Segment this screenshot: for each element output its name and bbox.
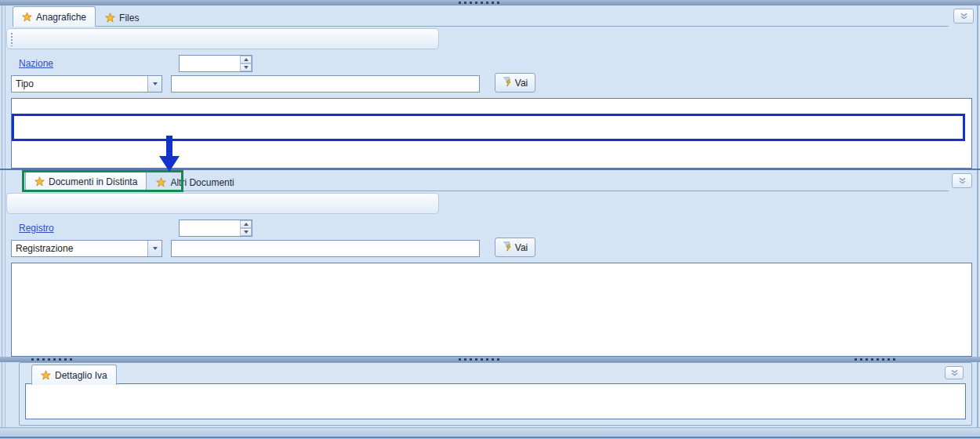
dropdown-arrow-icon: [153, 247, 158, 250]
collapse-anagrafiche-button[interactable]: [953, 9, 974, 24]
documenti-search-input[interactable]: [171, 240, 480, 257]
collapse-dettaglio-button[interactable]: [945, 366, 964, 379]
anagrafiche-grid: [11, 98, 972, 169]
right-edge-border: [977, 5, 978, 427]
dettaglio-iva-tabstrip: Dettaglio Iva: [31, 364, 933, 385]
tipo-combobox[interactable]: Tipo: [11, 75, 162, 93]
documenti-toolbar: [6, 193, 439, 214]
splitter-grip: [459, 358, 503, 361]
documenti-grid: [11, 263, 972, 357]
tabstrip-line: [13, 26, 949, 27]
star-icon: [156, 177, 166, 187]
tab-altri-documenti[interactable]: Altri Documenti: [147, 172, 243, 191]
tab-files[interactable]: Files: [96, 8, 148, 27]
bottom-status-strip: [0, 427, 980, 439]
registrazione-combobox[interactable]: Registrazione: [11, 240, 162, 257]
splitter-grip: [459, 2, 503, 4]
up-arrow-icon: [244, 58, 249, 61]
tab-documenti-in-distinta[interactable]: Documenti in Distinta: [25, 171, 147, 191]
down-arrow-icon: [244, 230, 249, 234]
tab-anagrafiche[interactable]: Anagrafiche: [13, 6, 96, 27]
chevron-double-down-icon: [958, 175, 967, 187]
spinner-input[interactable]: [180, 220, 240, 236]
tab-dettaglio-iva[interactable]: Dettaglio Iva: [31, 365, 117, 385]
star-icon: [41, 370, 51, 380]
combobox-dropdown-button[interactable]: [147, 76, 162, 92]
spinner-down-button[interactable]: [240, 63, 252, 71]
lightning-filter-icon: [503, 241, 513, 255]
spinner-up-button[interactable]: [240, 220, 252, 228]
vai-button[interactable]: Vai: [495, 73, 535, 93]
codice-spinner: [179, 55, 252, 72]
dettaglio-iva-grid: [25, 383, 966, 419]
toolbar-grip[interactable]: [10, 32, 14, 46]
combobox-value: Tipo: [12, 78, 147, 89]
star-icon: [34, 176, 45, 187]
nazione-field-link[interactable]: Nazione: [19, 58, 53, 69]
top-splitter[interactable]: [0, 0, 980, 5]
blue-arrow-annotation: [166, 136, 172, 157]
splitter-grip: [855, 358, 898, 361]
collapse-documenti-button[interactable]: [952, 173, 972, 188]
down-arrow-icon: [244, 66, 249, 69]
star-icon: [22, 12, 32, 22]
anagrafiche-toolbar: [6, 28, 439, 49]
tab-label: Altri Documenti: [170, 177, 234, 188]
vai-label: Vai: [515, 78, 528, 89]
mid-splitter[interactable]: [0, 357, 980, 362]
blue-arrow-head-icon: [159, 156, 180, 172]
spinner-input[interactable]: [180, 56, 240, 71]
vai-label: Vai: [515, 242, 528, 253]
application-window: AnagraficheFiles Nazione Tipo Vai Docume…: [0, 0, 980, 439]
anagrafiche-search-input[interactable]: [171, 75, 480, 93]
lightning-filter-icon: [503, 76, 513, 90]
combobox-value: Registrazione: [12, 243, 147, 254]
chevron-double-down-icon: [950, 367, 959, 379]
tab-label: Files: [119, 13, 139, 24]
documenti-tabstrip: Documenti in DistintaAltri Documenti: [25, 170, 949, 191]
anagrafiche-tabstrip: AnagraficheFiles: [13, 5, 949, 27]
tab-label: Dettaglio Iva: [55, 370, 107, 381]
chevron-double-down-icon: [960, 10, 968, 22]
spinner-up-button[interactable]: [240, 56, 252, 63]
tab-label: Documenti in Distinta: [49, 176, 137, 187]
spinner-down-button[interactable]: [240, 228, 252, 236]
registro-spinner: [179, 220, 252, 237]
star-icon: [105, 13, 115, 23]
left-edge-border: [0, 5, 7, 427]
tab-label: Anagrafiche: [36, 12, 86, 23]
splitter-grip: [31, 358, 75, 361]
combobox-dropdown-button[interactable]: [147, 241, 162, 256]
vai-button[interactable]: Vai: [495, 238, 535, 257]
registro-field-link[interactable]: Registro: [19, 223, 54, 234]
up-arrow-icon: [244, 223, 249, 226]
dropdown-arrow-icon: [153, 82, 158, 85]
